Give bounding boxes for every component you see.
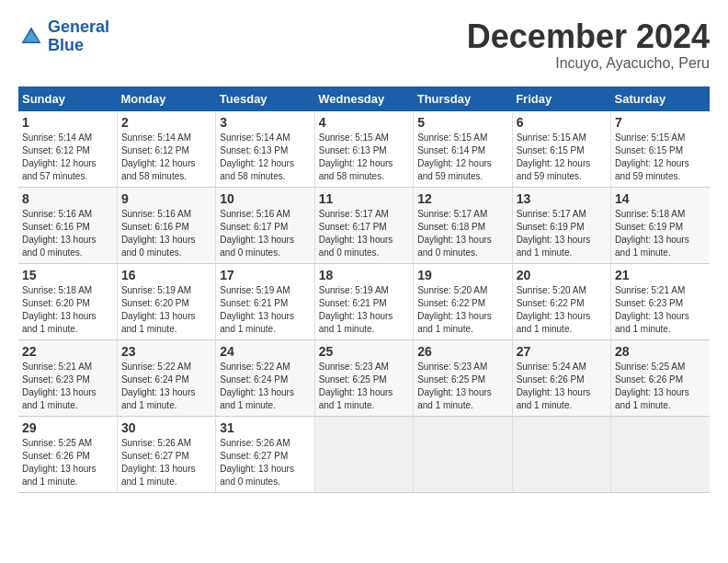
day-info: Sunrise: 5:20 AMSunset: 6:22 PMDaylight:… [517,285,591,334]
calendar-title: December 2024 [467,18,710,55]
day-info: Sunrise: 5:14 AMSunset: 6:12 PMDaylight:… [22,132,97,181]
day-info: Sunrise: 5:17 AMSunset: 6:18 PMDaylight:… [417,209,492,258]
calendar-cell: 9 Sunrise: 5:16 AMSunset: 6:16 PMDayligh… [117,187,215,263]
calendar-cell: 3 Sunrise: 5:14 AMSunset: 6:13 PMDayligh… [216,111,314,188]
day-info: Sunrise: 5:21 AMSunset: 6:23 PMDaylight:… [22,362,97,410]
calendar-cell: 17 Sunrise: 5:19 AMSunset: 6:21 PMDaylig… [216,263,314,339]
col-friday: Friday [512,86,610,111]
calendar-cell: 15 Sunrise: 5:18 AMSunset: 6:20 PMDaylig… [18,263,117,339]
day-number: 11 [319,191,409,206]
day-number: 30 [121,420,211,435]
day-number: 13 [517,191,607,206]
day-number: 21 [615,268,706,282]
day-number: 29 [22,420,113,435]
day-info: Sunrise: 5:15 AMSunset: 6:14 PMDaylight:… [417,132,492,181]
day-number: 10 [220,191,310,206]
calendar-cell: 27 Sunrise: 5:24 AMSunset: 6:26 PMDaylig… [512,339,610,416]
day-info: Sunrise: 5:23 AMSunset: 6:25 PMDaylight:… [319,362,393,410]
day-number: 25 [319,344,409,359]
calendar-cell: 10 Sunrise: 5:16 AMSunset: 6:17 PMDaylig… [216,187,314,263]
page-header: General Blue December 2024 Incuyo, Ayacu… [18,18,710,72]
day-info: Sunrise: 5:23 AMSunset: 6:25 PMDaylight:… [417,362,492,410]
calendar-cell: 21 Sunrise: 5:21 AMSunset: 6:23 PMDaylig… [611,263,710,339]
day-number: 28 [615,344,706,359]
calendar-cell: 11 Sunrise: 5:17 AMSunset: 6:17 PMDaylig… [314,187,413,263]
calendar-cell: 14 Sunrise: 5:18 AMSunset: 6:19 PMDaylig… [611,187,710,263]
calendar-cell: 12 Sunrise: 5:17 AMSunset: 6:18 PMDaylig… [414,187,512,263]
day-number: 27 [517,344,607,359]
day-number: 1 [22,115,113,130]
calendar-cell: 31 Sunrise: 5:26 AMSunset: 6:27 PMDaylig… [216,416,314,492]
day-info: Sunrise: 5:14 AMSunset: 6:12 PMDaylight:… [121,132,196,181]
calendar-week-5: 29 Sunrise: 5:25 AMSunset: 6:26 PMDaylig… [18,416,710,492]
logo-icon [18,24,44,50]
day-number: 6 [517,115,607,130]
day-number: 9 [121,191,211,206]
calendar-cell: 4 Sunrise: 5:15 AMSunset: 6:13 PMDayligh… [314,111,413,188]
calendar-week-3: 15 Sunrise: 5:18 AMSunset: 6:20 PMDaylig… [18,263,710,339]
day-number: 2 [121,115,211,130]
calendar-cell [314,416,413,492]
calendar-cell [414,416,512,492]
logo-text: General Blue [48,18,109,55]
day-number: 3 [220,115,310,130]
calendar-cell: 8 Sunrise: 5:16 AMSunset: 6:16 PMDayligh… [18,187,117,263]
day-number: 8 [22,191,113,206]
calendar-cell: 5 Sunrise: 5:15 AMSunset: 6:14 PMDayligh… [414,111,512,188]
day-info: Sunrise: 5:22 AMSunset: 6:24 PMDaylight:… [121,362,196,410]
calendar-cell: 7 Sunrise: 5:15 AMSunset: 6:15 PMDayligh… [611,111,710,188]
day-info: Sunrise: 5:21 AMSunset: 6:23 PMDaylight:… [615,285,689,334]
day-info: Sunrise: 5:16 AMSunset: 6:16 PMDaylight:… [121,209,196,258]
day-number: 23 [121,344,211,359]
calendar-cell: 25 Sunrise: 5:23 AMSunset: 6:25 PMDaylig… [314,339,413,416]
day-info: Sunrise: 5:16 AMSunset: 6:16 PMDaylight:… [22,209,97,258]
calendar-cell [512,416,610,492]
calendar-cell: 20 Sunrise: 5:20 AMSunset: 6:22 PMDaylig… [512,263,610,339]
day-number: 20 [517,268,607,282]
day-number: 7 [615,115,706,130]
day-number: 31 [220,420,310,435]
day-info: Sunrise: 5:18 AMSunset: 6:19 PMDaylight:… [615,209,689,258]
day-number: 12 [417,191,507,206]
calendar-cell: 6 Sunrise: 5:15 AMSunset: 6:15 PMDayligh… [512,111,610,188]
day-info: Sunrise: 5:18 AMSunset: 6:20 PMDaylight:… [22,285,97,334]
day-number: 5 [417,115,507,130]
day-info: Sunrise: 5:24 AMSunset: 6:26 PMDaylight:… [517,362,591,410]
calendar-cell: 22 Sunrise: 5:21 AMSunset: 6:23 PMDaylig… [18,339,117,416]
day-info: Sunrise: 5:15 AMSunset: 6:15 PMDaylight:… [517,132,591,181]
day-number: 4 [319,115,409,130]
calendar-cell: 2 Sunrise: 5:14 AMSunset: 6:12 PMDayligh… [117,111,215,188]
col-tuesday: Tuesday [216,86,314,111]
calendar-cell: 28 Sunrise: 5:25 AMSunset: 6:26 PMDaylig… [611,339,710,416]
header-row: Sunday Monday Tuesday Wednesday Thursday… [18,86,710,111]
calendar-subtitle: Incuyo, Ayacucho, Peru [467,55,710,72]
day-number: 24 [220,344,310,359]
day-number: 16 [121,268,211,282]
col-sunday: Sunday [18,86,117,111]
calendar-cell: 30 Sunrise: 5:26 AMSunset: 6:27 PMDaylig… [117,416,215,492]
day-number: 17 [220,268,310,282]
calendar-cell: 24 Sunrise: 5:22 AMSunset: 6:24 PMDaylig… [216,339,314,416]
day-info: Sunrise: 5:16 AMSunset: 6:17 PMDaylight:… [220,209,294,258]
calendar-table: Sunday Monday Tuesday Wednesday Thursday… [18,86,710,493]
title-section: December 2024 Incuyo, Ayacucho, Peru [467,18,710,72]
col-saturday: Saturday [611,86,710,111]
calendar-cell: 19 Sunrise: 5:20 AMSunset: 6:22 PMDaylig… [414,263,512,339]
day-info: Sunrise: 5:26 AMSunset: 6:27 PMDaylight:… [121,438,196,487]
day-info: Sunrise: 5:19 AMSunset: 6:21 PMDaylight:… [319,285,393,334]
calendar-week-2: 8 Sunrise: 5:16 AMSunset: 6:16 PMDayligh… [18,187,710,263]
day-number: 18 [319,268,409,282]
calendar-cell: 29 Sunrise: 5:25 AMSunset: 6:26 PMDaylig… [18,416,117,492]
day-number: 15 [22,268,113,282]
day-info: Sunrise: 5:17 AMSunset: 6:17 PMDaylight:… [319,209,393,258]
col-monday: Monday [117,86,215,111]
day-info: Sunrise: 5:14 AMSunset: 6:13 PMDaylight:… [220,132,294,181]
day-number: 22 [22,344,113,359]
col-wednesday: Wednesday [314,86,413,111]
calendar-cell: 16 Sunrise: 5:19 AMSunset: 6:20 PMDaylig… [117,263,215,339]
logo-line2: Blue [48,36,84,54]
day-info: Sunrise: 5:19 AMSunset: 6:21 PMDaylight:… [220,285,294,334]
calendar-cell: 26 Sunrise: 5:23 AMSunset: 6:25 PMDaylig… [414,339,512,416]
calendar-cell: 18 Sunrise: 5:19 AMSunset: 6:21 PMDaylig… [314,263,413,339]
calendar-cell: 1 Sunrise: 5:14 AMSunset: 6:12 PMDayligh… [18,111,117,188]
